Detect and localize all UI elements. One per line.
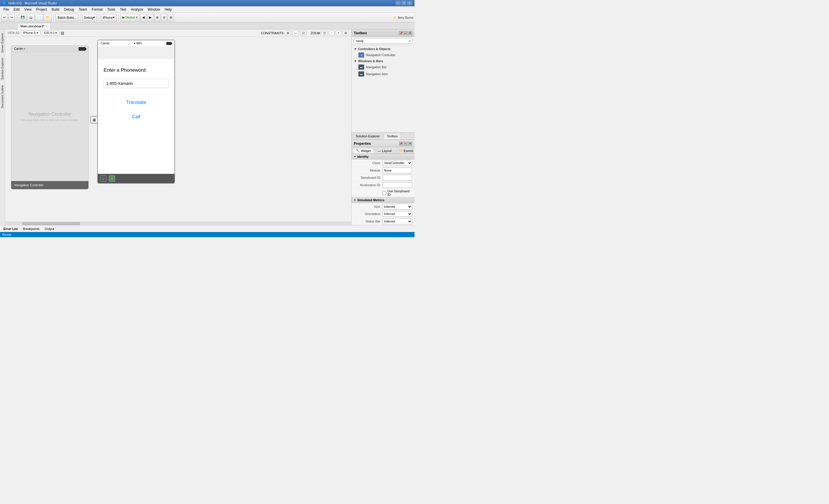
constraints-btn-3[interactable]: ⊡ <box>300 31 307 35</box>
toolbox-close-button[interactable]: ✕ <box>408 31 412 35</box>
prop-tabs: 🔧 Widget — Layout ⚡ Events <box>352 147 414 154</box>
restoration-id-row: Restoration ID <box>352 182 414 189</box>
menu-build[interactable]: Build <box>49 6 62 12</box>
run-button[interactable]: ▶ Device ▾ <box>120 14 140 21</box>
toolbox-pin-button[interactable]: 📌 <box>399 31 403 35</box>
toolbox-search-input[interactable] <box>353 38 413 44</box>
props-close-button[interactable]: ✕ <box>408 142 412 146</box>
nav-forward-button[interactable]: ▶ <box>147 14 153 21</box>
tab-close-button[interactable]: × <box>46 25 47 28</box>
toolbox-search-clear[interactable]: ✕ <box>408 39 411 43</box>
menu-view[interactable]: View <box>22 6 34 12</box>
nc-status-bar: Carrier ≈ <box>11 46 88 52</box>
tree-item-nav-bar[interactable]: ▬ Navigation Bar <box>352 64 414 71</box>
tree-item-nav-controller[interactable]: ● Navigation Controller <box>352 51 414 59</box>
nav-controller-box[interactable]: Carrier ≈ Navigation Controller Ctrl+dra… <box>11 45 89 189</box>
class-select[interactable]: ViewController <box>383 160 412 166</box>
translate-button[interactable]: Translate <box>104 97 169 108</box>
zoom-out-button[interactable]: − <box>329 31 334 35</box>
orientation-row: Orientation Inferred <box>352 210 414 218</box>
device-dropdown[interactable]: iPhone ▾ <box>101 14 116 21</box>
undo-button[interactable]: ↩ <box>1 14 8 21</box>
h-scrollbar[interactable] <box>5 222 351 225</box>
ios-version-dropdown[interactable]: iOS 9.2 ▾ <box>42 31 59 35</box>
zoom-in-button[interactable]: + <box>336 31 341 35</box>
menu-edit[interactable]: Edit <box>11 6 22 12</box>
save-button[interactable]: 💾 <box>19 14 27 21</box>
toolbox-search: ✕ <box>352 37 414 45</box>
use-storyboard-value: Use Storyboard ID <box>383 189 412 196</box>
props-pin-button[interactable]: 📌 <box>399 142 403 146</box>
menu-debug[interactable]: Debug <box>62 6 76 12</box>
bottom-bar: Error List Breakpoints Output <box>0 225 414 232</box>
zoom-zoom-button[interactable]: ⊞ <box>343 31 349 35</box>
breakpoints-tab[interactable]: Breakpoints <box>21 226 42 232</box>
h-scrollbar-thumb[interactable] <box>23 222 80 225</box>
events-tab[interactable]: ⚡ Events <box>395 148 414 153</box>
nav-bar-icon: ▬ <box>358 65 364 70</box>
widget-tab[interactable]: 🔧 Widget <box>353 148 374 153</box>
constraints-btn-1[interactable]: ⊞ <box>285 31 291 35</box>
close-button[interactable]: ✕ <box>407 1 412 5</box>
toolbox-tab[interactable]: Toolbox <box>384 133 401 139</box>
nc-carrier: Carrier ≈ <box>14 47 25 50</box>
props-minimize-button[interactable]: — <box>403 142 407 146</box>
menu-window[interactable]: Window <box>145 6 163 12</box>
output-tab[interactable]: Output <box>43 226 57 232</box>
restoration-id-input[interactable] <box>383 182 412 188</box>
menu-project[interactable]: Project <box>34 6 49 12</box>
menu-team[interactable]: Team <box>76 6 89 12</box>
status-bar-value: Inferred <box>383 218 412 224</box>
warning-icon: ⚠ <box>393 15 397 20</box>
menu-file[interactable]: File <box>1 6 11 12</box>
toolbox-minimize-button[interactable]: — <box>403 31 407 35</box>
module-value <box>383 168 412 173</box>
call-button[interactable]: Call <box>104 111 169 122</box>
storyboard-id-input[interactable] <box>383 175 412 180</box>
sidebar-tab-server-explorer[interactable]: Server Explorer <box>0 31 5 55</box>
redo-button[interactable]: ↪ <box>8 14 15 21</box>
footer-icon-1-symbol: ⊙ <box>102 177 105 180</box>
solution-explorer-tab[interactable]: Solution Explorer <box>353 133 383 139</box>
open-file-button[interactable]: 📁 <box>44 14 52 21</box>
nc-battery <box>79 47 85 51</box>
class-label: Class <box>354 161 383 165</box>
constraints-btn-2[interactable]: — <box>292 31 299 35</box>
size-select[interactable]: Inferred <box>383 204 412 210</box>
sidebar-tab-solution-explorer[interactable]: Solution Explorer <box>0 56 5 82</box>
layout-tab[interactable]: — Layout <box>374 148 395 153</box>
tab-main-storyboard[interactable]: Main.storyboard* × <box>17 23 51 29</box>
batch-build-button[interactable]: Batch Build... <box>56 14 78 21</box>
events-label: Events <box>403 149 413 152</box>
debug-dropdown[interactable]: Debug ▾ <box>82 14 97 21</box>
nav-bar-label: Navigation Bar <box>366 65 387 69</box>
restore-button[interactable]: ❐ <box>401 1 406 5</box>
phoneword-input[interactable] <box>104 79 169 88</box>
module-input[interactable] <box>383 168 412 173</box>
nav-back-button[interactable]: ◀ <box>140 14 146 21</box>
menu-tools[interactable]: Tools <box>105 6 118 12</box>
tool3-button[interactable]: ⊞ <box>168 14 174 21</box>
tree-item-nav-item[interactable]: ▬ Navigation Item <box>352 71 414 77</box>
tree-group-windows[interactable]: ▼ Windows & Bars <box>352 59 414 64</box>
tool2-button[interactable]: ⊟ <box>161 14 167 21</box>
tree-group-controllers[interactable]: ▼ Controllers & Objects <box>352 46 414 51</box>
debug-label: Debug <box>84 16 93 19</box>
sidebar-tab-document-outline[interactable]: Document Outline <box>0 83 5 111</box>
error-list-tab[interactable]: Error List <box>1 226 20 232</box>
save-all-button[interactable]: 🗂 <box>27 14 35 21</box>
phone-model-dropdown[interactable]: iPhone 6 ▾ <box>21 31 40 35</box>
minimize-button[interactable]: — <box>396 1 401 5</box>
menu-analyze[interactable]: Analyze <box>129 6 146 12</box>
phone-screen[interactable]: Carrier ▾ WiFi Enter a Phoneword: Transl… <box>97 40 175 184</box>
use-storyboard-checkbox[interactable] <box>383 191 386 195</box>
status-bar-select[interactable]: Inferred <box>383 218 412 224</box>
menu-help[interactable]: Help <box>163 6 174 12</box>
zoom-fit-button[interactable]: ⊡ <box>321 31 328 35</box>
menu-format[interactable]: Format <box>89 6 105 12</box>
scroll-wrapper[interactable]: Carrier ≈ Navigation Controller Ctrl+dra… <box>5 37 351 225</box>
orientation-select[interactable]: Inferred <box>383 211 412 217</box>
tool1-button[interactable]: ⊞ <box>154 14 160 21</box>
menu-test[interactable]: Test <box>118 6 129 12</box>
new-file-button[interactable]: 📄 <box>35 14 43 21</box>
